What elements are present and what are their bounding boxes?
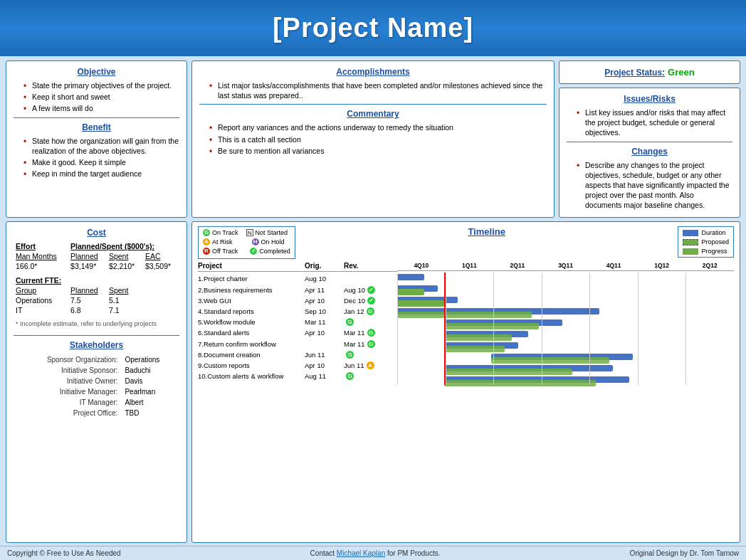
copyright: Copyright © Free to Use As Needed <box>7 549 121 557</box>
quarter-4q10: 4Q10 <box>397 262 446 269</box>
fte-it-planned: 6.8 <box>68 305 107 315</box>
project-name: 2.Business requirements <box>198 285 305 295</box>
status-legend: G On Track N Not Started A At Risk H <box>198 226 295 259</box>
green-bar <box>444 369 572 375</box>
project-status-label: Project Status: <box>604 68 665 78</box>
gantt-chart: Project Orig. Rev. 1.Project charterAug … <box>198 262 734 386</box>
list-item: A few items will do <box>23 103 179 113</box>
legend-on-track: G On Track N Not Started <box>203 229 290 236</box>
gantt-quarters-header: 4Q10 1Q11 2Q11 3Q11 4Q11 1Q12 2Q12 <box>397 262 734 271</box>
gantt-rows: 1.Project charterAug 102.Business requir… <box>198 273 397 381</box>
stakeholder-value: Davis <box>122 376 178 386</box>
stakeholder-value: Baduchi <box>122 366 178 375</box>
legend-duration: Duration <box>683 229 729 236</box>
timeline-title: Timeline <box>301 226 673 237</box>
fte-ops-spent: 5.1 <box>107 295 143 305</box>
status-dot: ✓ <box>367 286 375 294</box>
changes-title: Changes <box>567 147 732 157</box>
timeline-panel: G On Track N Not Started A At Risk H <box>191 221 740 543</box>
stakeholders-title: Stakeholders <box>14 340 179 350</box>
effort-label: Effort <box>14 241 68 251</box>
fte-col-planned: Planned <box>68 285 107 295</box>
progress-bar-icon <box>683 248 698 255</box>
gantt-bars-area: 4Q10 1Q11 2Q11 3Q11 4Q11 1Q12 2Q12 <box>397 262 734 386</box>
table-row: Project Office: TBD <box>15 408 178 418</box>
col-header-orig: Orig. <box>305 262 344 270</box>
list-item: Keep in mind the target audience <box>23 169 179 179</box>
stakeholder-label: Project Office: <box>15 408 120 418</box>
list-item: Keep it short and sweet <box>23 92 179 102</box>
stakeholder-label: Sponsor Organization: <box>15 355 120 364</box>
cost-panel: Cost Effort Planned/Spent ($000's): Man … <box>6 221 187 543</box>
contact-link[interactable]: Michael Kaplan <box>337 549 385 557</box>
row-spent: $2,210* <box>107 261 143 271</box>
changes-list: Describe any changes to the project obje… <box>567 160 732 211</box>
attribution: Original Design by Dr. Tom Tarnow <box>629 549 739 557</box>
bar-row <box>397 273 734 282</box>
list-item: This is a catch all section <box>209 134 547 144</box>
rev-date: G <box>344 372 383 380</box>
quarter-1q12: 1Q12 <box>638 262 686 269</box>
gantt-row: 6.Standard alertsApr 10Mar 11G <box>198 327 397 338</box>
rev-date: Jan 12G <box>344 306 383 317</box>
timeline-title-container: Timeline <box>301 226 673 240</box>
fte-ops-planned: 7.5 <box>68 295 107 305</box>
bar-row <box>397 375 734 385</box>
bottom-row: Cost Effort Planned/Spent ($000's): Man … <box>6 221 740 543</box>
row-planned: $3,149* <box>68 261 107 271</box>
project-name: 4.Standard reports <box>198 306 305 317</box>
orig-date: Apr 11 <box>305 285 344 295</box>
gantt-bars <box>397 273 734 385</box>
fte-col-spent: Spent <box>107 285 143 295</box>
gantt-row: 1.Project charterAug 10 <box>198 273 397 284</box>
list-item: Describe any changes to the project obje… <box>577 160 732 211</box>
accomplishments-title: Accomplishments <box>199 67 547 77</box>
planned-spent-label: Planned/Spent ($000's): <box>68 241 179 251</box>
col-eac: EAC <box>143 251 179 261</box>
on-hold-dot-container: H <box>251 238 259 245</box>
page-title: [Project Name] <box>14 13 732 43</box>
quarter-3q11: 3Q11 <box>542 262 590 269</box>
completed-dot: ✓ <box>250 248 257 255</box>
green-bar <box>444 334 512 341</box>
status-dot: ✓ <box>367 297 375 305</box>
table-row: Sponsor Organization: Operations <box>15 355 178 364</box>
list-item: List key issues and/or risks that may af… <box>577 107 732 138</box>
rev-date: Jun 11A <box>344 360 383 371</box>
stakeholder-label: Initiative Owner: <box>15 376 120 386</box>
accomplishments-list: List major tasks/accomplishments that ha… <box>199 80 547 100</box>
issues-risks-panel: Issues/Risks List key issues and/or risk… <box>559 88 740 218</box>
stakeholder-value: Operations <box>122 355 178 364</box>
header: [Project Name] <box>0 0 746 56</box>
grid-line <box>638 273 639 385</box>
green-bar <box>491 357 609 364</box>
list-item: State the primary objectives of the proj… <box>23 80 179 90</box>
issues-risks-list: List key issues and/or risks that may af… <box>567 107 732 138</box>
table-row: Initiative Owner: Davis <box>15 376 178 386</box>
contact: Contact Michael Kaplan for PM Products. <box>310 549 441 557</box>
list-item: Be sure to mention all variances <box>209 146 547 156</box>
objective-title: Objective <box>14 67 179 77</box>
project-name: 6.Standard alerts <box>198 327 305 338</box>
gantt-row: 3.Web GUIApr 10Dec 10✓ <box>198 295 397 306</box>
orig-date: Apr 10 <box>305 360 344 371</box>
not-started-label: Not Started <box>256 229 288 236</box>
gantt-row: 4.Standard reportsSep 10Jan 12G <box>198 306 397 317</box>
table-row: Initiative Sponsor: Baduchi <box>15 366 178 375</box>
gantt-left: Project Orig. Rev. 1.Project charterAug … <box>198 262 397 386</box>
list-item: List major tasks/accomplishments that ha… <box>209 80 547 100</box>
duration-label: Duration <box>701 229 725 236</box>
green-bar <box>444 346 505 352</box>
stakeholder-label: IT Manager: <box>15 398 120 407</box>
green-bar <box>444 380 596 386</box>
grid-line <box>542 273 542 385</box>
table-row: Initiative Manager: Pearlman <box>15 387 178 396</box>
status-dot: G <box>367 307 374 315</box>
progress-label: Progress <box>701 248 727 255</box>
right-panel: Project Status: Green Issues/Risks List … <box>559 60 740 218</box>
orig-date: Apr 10 <box>305 327 344 338</box>
status-dot: G <box>367 340 375 348</box>
legend-progress: Progress <box>683 248 729 255</box>
bar-row <box>397 364 734 374</box>
project-name: 8.Document creation <box>198 349 305 360</box>
